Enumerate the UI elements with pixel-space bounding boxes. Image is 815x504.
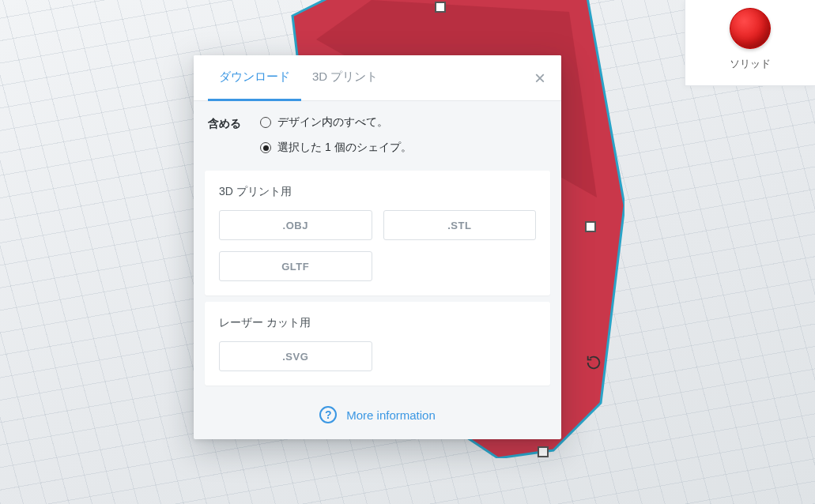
format-button-grid-3d: .OBJ .STL GLTF <box>219 210 536 281</box>
section-laser-title: レーザー カット用 <box>219 316 536 330</box>
format-label-stl: .STL <box>447 220 471 231</box>
format-button-gltf[interactable]: GLTF <box>219 251 372 281</box>
section-3d-print-title: 3D プリント用 <box>219 185 536 199</box>
color-swatch-solid[interactable] <box>730 8 771 49</box>
dialog-tabs-header: ダウンロード 3D プリント × <box>194 55 561 101</box>
selection-handle-bottom[interactable] <box>538 446 549 457</box>
include-options-row: 含める デザイン内のすべて。 選択した 1 個のシェイプ。 <box>194 101 561 164</box>
close-button[interactable]: × <box>531 66 549 91</box>
close-icon: × <box>534 67 545 88</box>
include-label: 含める <box>208 115 241 131</box>
export-dialog: ダウンロード 3D プリント × 含める デザイン内のすべて。 選択した 1 個… <box>194 55 561 439</box>
radio-include-all[interactable]: デザイン内のすべて。 <box>260 115 412 130</box>
radio-all-label: デザイン内のすべて。 <box>277 115 388 130</box>
shape-palette-panel: ソリッド <box>685 0 815 86</box>
info-icon: ? <box>319 406 337 423</box>
more-info-label: More information <box>346 408 436 422</box>
tab-3d-print[interactable]: 3D プリント <box>301 55 389 101</box>
section-3d-print: 3D プリント用 .OBJ .STL GLTF <box>205 171 550 295</box>
selection-handle-right[interactable] <box>585 221 596 232</box>
rotate-icon[interactable] <box>585 354 602 374</box>
section-laser-cut: レーザー カット用 .SVG <box>205 302 550 386</box>
format-label-obj: .OBJ <box>283 220 308 231</box>
more-information-link[interactable]: ? More information <box>194 392 561 439</box>
format-label-svg: .SVG <box>282 351 308 363</box>
radio-icon-checked <box>260 142 271 153</box>
format-button-svg[interactable]: .SVG <box>219 341 372 371</box>
format-button-stl[interactable]: .STL <box>383 210 537 240</box>
include-radio-group: デザイン内のすべて。 選択した 1 個のシェイプ。 <box>260 115 412 155</box>
radio-include-selected[interactable]: 選択した 1 個のシェイプ。 <box>260 141 412 155</box>
palette-label: ソリッド <box>730 57 771 71</box>
format-button-obj[interactable]: .OBJ <box>219 210 372 240</box>
tab-3d-print-label: 3D プリント <box>312 70 378 85</box>
tab-download-label: ダウンロード <box>219 70 290 85</box>
radio-selected-label: 選択した 1 個のシェイプ。 <box>277 141 412 155</box>
format-button-grid-laser: .SVG <box>219 341 536 371</box>
tab-download[interactable]: ダウンロード <box>208 55 301 101</box>
format-label-gltf: GLTF <box>281 261 309 273</box>
selection-handle-top[interactable] <box>435 2 446 13</box>
radio-icon <box>260 117 271 128</box>
